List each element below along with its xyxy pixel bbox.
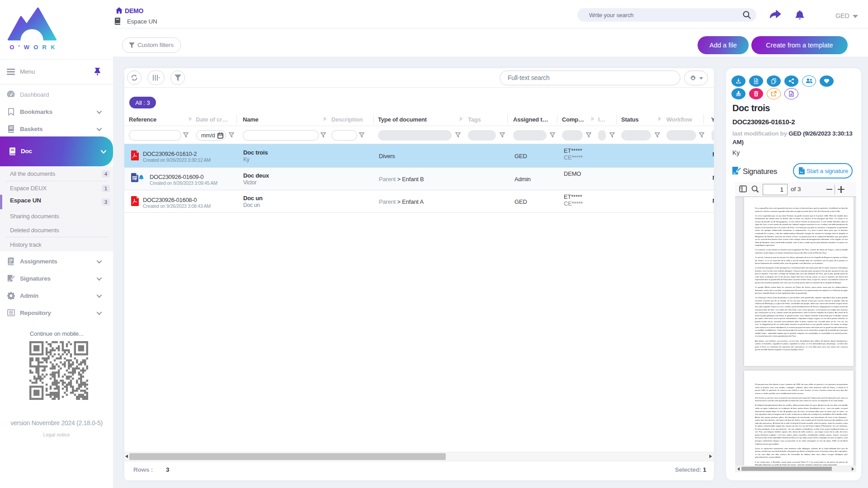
svg-text:w: w [134, 178, 137, 181]
svg-text:O'WORK: O'WORK [9, 44, 57, 51]
